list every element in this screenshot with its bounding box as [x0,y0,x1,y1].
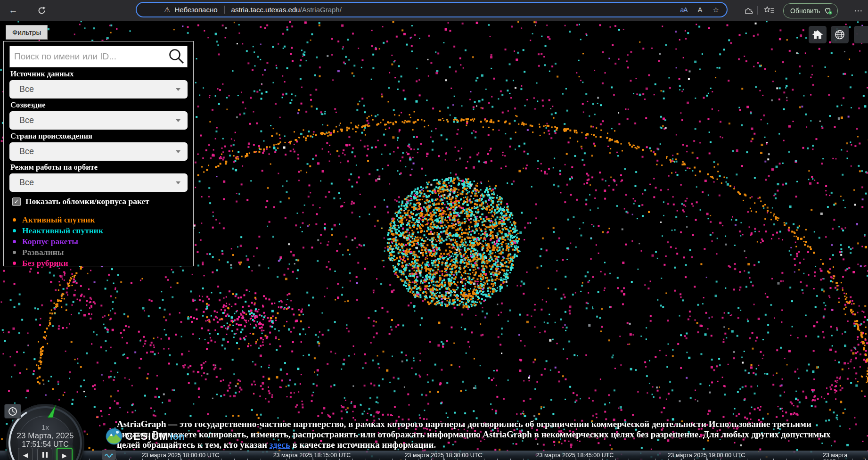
timeline-scrubber[interactable]: 23 марта 2025 18:00:00 UTC23 марта 2025 … [0,451,868,460]
field-label-country: Страна происхождения [10,131,188,141]
cesium-logo-icon [106,428,123,445]
favorites-bar-icon[interactable] [763,5,775,16]
realtime-clock-button[interactable] [4,404,21,419]
browser-menu-icon[interactable]: ⋯ [853,5,864,16]
timeline-major-tick [312,457,312,460]
home-view-button[interactable] [809,26,827,43]
shuttle-ring-pointer[interactable] [47,405,58,418]
filters-panel: Источник данных Все Созвездие Все Страна… [3,41,194,266]
constellation-select[interactable]: Все [9,111,188,130]
legend-dot [13,251,16,254]
cesium-ion-text: ion [170,431,185,442]
info-line-3: целей обращайтесь к тем, кто указан здес… [117,440,831,450]
legend-item-active-satellite: Активный спутник [9,214,188,225]
legend-item-uncategorized: Без рубрики [9,258,188,269]
refresh-icon[interactable] [36,5,47,16]
url-bar[interactable]: ⚠ Небезопасно astria.tacc.utexas.edu /As… [136,2,728,17]
timeline-major-tick [443,457,444,460]
play-reverse-button[interactable]: ◀ [18,448,33,460]
legend-dot [13,218,16,222]
filters-tab[interactable]: Фильтры [6,25,48,40]
info-line-2: лицами. Вы можете копировать, изменять, … [117,429,831,440]
field-label-data-source: Источник данных [10,69,188,79]
chevron-down-icon [176,119,180,122]
cesium-credit-button[interactable] [102,450,116,460]
info-paragraph: AstriaGraph — это государственно-частное… [117,419,831,450]
chevron-down-icon [176,88,180,91]
url-path: /AstriaGraph/ [300,6,341,14]
update-button[interactable]: Обновить [783,3,838,18]
pause-icon [42,452,48,458]
timeline-major-tick [575,457,575,460]
wave-icon [104,452,114,458]
constellation-value: Все [19,115,34,125]
read-aloud-icon[interactable]: A [698,6,703,14]
legend-item-debris: Развалины [9,247,188,258]
chevron-down-icon [176,181,180,184]
data-source-value: Все [19,84,34,94]
search-input[interactable] [9,46,188,67]
legend-label: Активный спутник [22,215,95,225]
help-button[interactable] [854,26,868,43]
cesium-ion-logo[interactable]: CESIUM ion [106,428,185,445]
legend-label: Без рубрики [22,258,68,268]
country-value: Все [19,147,34,156]
orbit-regime-select[interactable]: Все [9,173,188,192]
country-select[interactable]: Все [9,142,188,161]
clock-date: 23 Марта, 2025 [6,431,84,441]
refresh-glyph [37,6,46,15]
clock-multiplier: 1x [6,423,84,431]
toolbar-divider [757,6,758,15]
url-host: astria.tacc.utexas.edu [231,6,300,14]
timeline-major-tick [706,457,707,460]
legend-item-rocket-body: Корпус ракеты [9,236,188,247]
extensions-icon[interactable] [743,5,754,16]
search-icon[interactable] [167,48,185,66]
update-button-label: Обновить [790,7,820,15]
data-source-select[interactable]: Все [9,80,188,99]
star-list-glyph [764,6,774,15]
astriagraph-app: ← ⚠ Небезопасно astria.tacc.utexas.edu /… [0,0,868,460]
legend-label: Неактивный спутник [22,226,103,236]
clock-icon [8,407,17,416]
play-button[interactable]: ▶ [57,448,73,460]
legend-label: Корпус ракеты [22,237,78,246]
info-line-1: AstriaGraph — это государственно-частное… [117,419,831,429]
browser-toolbar: ← ⚠ Небезопасно astria.tacc.utexas.edu /… [0,0,868,21]
legend: Активный спутник Неактивный спутник Корп… [9,214,188,269]
show-debris-label: Показать обломки/корпуса ракет [25,197,149,206]
field-label-orbit-regime: Режим работы на орбите [10,163,188,172]
url-divider [224,6,225,14]
legend-label: Развалины [22,247,64,257]
home-icon [811,28,825,41]
back-icon[interactable]: ← [8,5,19,16]
legend-dot [13,240,16,243]
timeline-major-tick [180,457,181,460]
legend-dot [13,229,16,232]
browser-essentials-heart-icon [824,7,833,15]
globe-icon [833,28,847,41]
scene-mode-button[interactable] [831,26,849,43]
field-label-constellation: Созвездие [10,100,188,110]
page-content: Фильтры Источник данных Все Созвездие Вс… [0,21,868,460]
show-debris-checkbox[interactable]: ✓ [12,197,21,206]
translate-icon[interactable]: аА [680,6,687,14]
legend-dot [13,262,16,265]
security-label[interactable]: Небезопасно [174,6,217,14]
orbit-regime-value: Все [19,178,34,188]
not-secure-warning-icon: ⚠ [164,6,170,14]
favorite-star-icon[interactable]: ☆ [713,6,719,14]
pause-button[interactable] [37,448,52,460]
cesium-brand-text: CESIUM [125,430,169,443]
legend-item-inactive-satellite: Неактивный спутник [9,225,188,236]
timeline-major-tick [838,457,838,460]
chevron-down-icon [176,150,180,153]
puzzle-glyph [744,6,753,15]
source-link[interactable]: здесь [270,440,290,450]
